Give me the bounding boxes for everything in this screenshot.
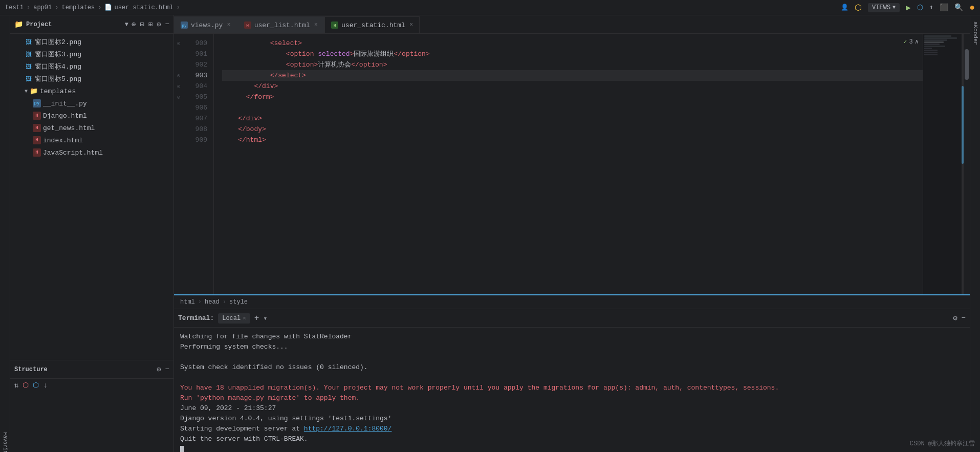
breadcrumb-style[interactable]: style: [229, 298, 248, 306]
scrollbar-thumb[interactable]: [965, 49, 969, 80]
list-item[interactable]: H JavaScript.html: [10, 146, 173, 159]
project-dropdown-icon[interactable]: ▼: [125, 21, 128, 28]
fold-icon[interactable]: ⊙: [177, 94, 180, 100]
settings-icon[interactable]: ⚙: [157, 20, 161, 29]
png-icon: 🖼: [25, 75, 33, 83]
terminal-line: Quit the server with CTRL-BREAK.: [180, 434, 964, 444]
list-item[interactable]: 🖼 窗口图标3.png: [10, 48, 173, 60]
search-icon[interactable]: 🔍: [954, 3, 963, 12]
terminal-right-icons: ⚙ −: [953, 314, 966, 322]
server-url-link[interactable]: http://127.0.0.1:8000/: [304, 425, 392, 433]
breadcrumb-templates[interactable]: templates: [61, 4, 95, 11]
terminal-content[interactable]: Watching for file changes with StatReloa…: [174, 328, 970, 452]
right-sidebar-label[interactable]: aKcoder: [971, 19, 979, 47]
count-value: 3: [909, 38, 913, 46]
terminal-cursor: [180, 446, 184, 452]
views-button[interactable]: VIEWS ▼: [868, 3, 900, 12]
folder-icon: 📁: [30, 87, 38, 95]
folder-templates[interactable]: ▼ 📁 templates: [10, 85, 173, 97]
terminal-tab-label: Local: [222, 315, 241, 322]
folder-name: templates: [40, 88, 76, 95]
breadcrumb-test1[interactable]: test1: [5, 4, 24, 11]
close-terminal-tab-icon[interactable]: ×: [243, 315, 246, 321]
code-editor[interactable]: ✓ 3 ∧ ⊙ ⊙ ⊙ ⊙: [174, 34, 970, 294]
structure-settings-icon[interactable]: ⚙: [157, 365, 161, 374]
account-icon[interactable]: ●: [969, 3, 975, 13]
breadcrumb-sep2: ›: [55, 4, 58, 11]
sort-icon[interactable]: ⇅: [14, 381, 18, 390]
project-header-icons: ⊕ ⊟ ⊞ ⚙ −: [132, 20, 169, 29]
project-panel-header: 📁 Project ▼ ⊕ ⊟ ⊞ ⚙ −: [10, 15, 173, 34]
puzzle-icon[interactable]: ⬡: [855, 3, 862, 13]
chevron-down-icon: ▼: [25, 89, 28, 94]
fold-icon[interactable]: ⊙: [177, 83, 180, 90]
close-tab-icon[interactable]: ×: [314, 21, 318, 29]
code-line-active: </select>: [222, 70, 923, 81]
list-item[interactable]: 🖼 窗口图标5.png: [10, 73, 173, 85]
code-line: </html>: [222, 135, 923, 145]
add-terminal-icon[interactable]: +: [254, 314, 259, 323]
favorites-label[interactable]: Favorites: [1, 442, 9, 450]
upload-icon[interactable]: ⬆: [929, 3, 933, 12]
terminal-tab-local[interactable]: Local ×: [218, 313, 250, 324]
add-file-icon[interactable]: ⊕: [132, 20, 136, 29]
line-number: 908: [183, 124, 207, 135]
tab-views-py[interactable]: py views.py ×: [174, 16, 237, 33]
file-name: Django.html: [43, 112, 87, 120]
user-icon[interactable]: 👤: [841, 4, 848, 11]
file-name: JavaScript.html: [43, 149, 103, 157]
breadcrumb-html[interactable]: html: [180, 298, 195, 306]
expand-all-icon[interactable]: ⊞: [148, 20, 153, 29]
stop-icon[interactable]: ⬛: [940, 3, 948, 12]
structure-arrow-icon[interactable]: ↓: [43, 381, 47, 390]
right-sidebar: aKcoder: [970, 15, 980, 452]
terminal-minimize-icon[interactable]: −: [962, 314, 966, 322]
editor-area: py views.py × H user_list.html × H user_…: [174, 15, 970, 309]
fold-icon[interactable]: ⊙: [177, 73, 180, 79]
structure-red-icon[interactable]: ⬡: [23, 381, 29, 390]
structure-toolbar: ⇅ ⬡ ⬡ ↓: [10, 379, 173, 392]
tab-user-list-html[interactable]: H user_list.html ×: [237, 16, 324, 33]
views-chevron-icon: ▼: [892, 5, 896, 10]
list-item[interactable]: H index.html: [10, 134, 173, 146]
play-icon[interactable]: ▶: [906, 3, 911, 13]
gutter-line: ⊙: [174, 81, 183, 92]
list-item[interactable]: py __init__.py: [10, 97, 173, 110]
editor-gutter: ⊙ ⊙ ⊙ ⊙: [174, 34, 183, 294]
structure-panel-header: Structure ⚙ −: [10, 360, 173, 379]
close-tab-icon[interactable]: ×: [409, 21, 413, 29]
breadcrumb-filename[interactable]: user_static.html: [114, 4, 173, 11]
terminal-line: [180, 373, 964, 383]
terminal-settings-icon[interactable]: ⚙: [953, 314, 957, 322]
structure-blue-icon[interactable]: ⬡: [33, 381, 39, 390]
tab-user-static-html[interactable]: H user_static.html ×: [324, 16, 420, 33]
terminal-line: System check identified no issues (0 sil…: [180, 362, 964, 373]
terminal-line: [180, 352, 964, 362]
terminal-line-warning: You have 18 unapplied migration(s). Your…: [180, 383, 964, 393]
tab-label: views.py: [191, 21, 223, 29]
html-icon: H: [33, 124, 41, 132]
breadcrumb-head[interactable]: head: [205, 298, 220, 306]
list-item[interactable]: 🖼 窗口图标4.png: [10, 60, 173, 73]
structure-minimize-icon[interactable]: −: [165, 365, 169, 374]
code-line: </div>: [222, 113, 923, 124]
editor-scrollbar[interactable]: [964, 34, 970, 294]
html-icon: H: [33, 148, 41, 157]
structure-panel: Structure ⚙ − ⇅ ⬡ ⬡ ↓: [10, 360, 173, 452]
list-item[interactable]: 🖼 窗口图标2.png: [10, 36, 173, 48]
plugin-icon[interactable]: ⬡: [917, 3, 923, 12]
code-content[interactable]: <select> <option selected>国际旅游组织</option…: [214, 34, 923, 294]
fold-icon[interactable]: ⊙: [177, 40, 180, 47]
expand-icon[interactable]: ∧: [915, 38, 919, 46]
breadcrumb-app01[interactable]: app01: [33, 4, 52, 11]
close-tab-icon[interactable]: ×: [227, 21, 230, 29]
terminal-line: Watching for file changes with StatReloa…: [180, 332, 964, 342]
list-item[interactable]: H Django.html: [10, 110, 173, 122]
breadcrumb-sep1: ›: [27, 4, 30, 11]
terminal-line: June 09, 2022 - 21:35:27: [180, 403, 964, 414]
terminal-menu-icon[interactable]: ▾: [263, 314, 267, 322]
collapse-all-icon[interactable]: ⊟: [140, 20, 144, 29]
list-item[interactable]: H get_news.html: [10, 122, 173, 134]
line-number: 904: [183, 81, 207, 92]
minimize-icon[interactable]: −: [165, 20, 169, 29]
